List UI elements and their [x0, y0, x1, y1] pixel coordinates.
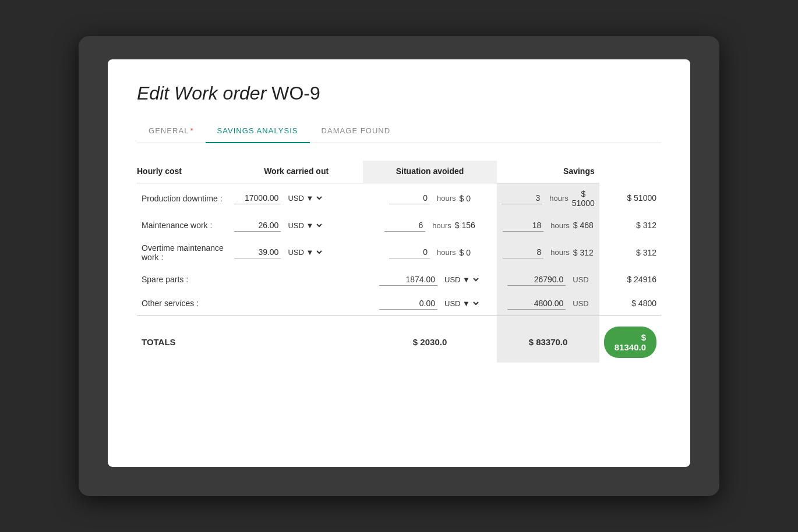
table-row: Maintenance work : USD ▼ ho — [137, 214, 661, 237]
situation-cell-maintenance: hours $ 468 — [497, 214, 599, 237]
table-row: Spare parts : USD ▼ — [137, 268, 661, 292]
spare-work-amount-input[interactable] — [379, 274, 437, 286]
hourly-cost-maintenance: USD ▼ — [229, 214, 362, 237]
totals-label: TOTALS — [137, 315, 229, 363]
col-header-savings: Savings — [497, 161, 599, 183]
col-header-situation: Situation avoided — [363, 161, 497, 183]
situation-hours-input-overtime[interactable] — [503, 246, 543, 258]
currency-select-maintenance[interactable]: USD ▼ — [284, 219, 324, 232]
tab-savings-analysis[interactable]: SAVINGS ANALYSIS — [206, 120, 310, 143]
totals-situation: $ 83370.0 — [497, 315, 599, 363]
tab-damage-found[interactable]: DAMAGE FOUND — [310, 120, 402, 143]
spare-situation-amount-input[interactable] — [507, 274, 566, 286]
table-row: Other services : USD ▼ — [137, 292, 661, 316]
work-hours-input-maintenance[interactable] — [384, 219, 425, 232]
hourly-cost-spare — [229, 268, 362, 292]
currency-select-production[interactable]: USD ▼ — [284, 192, 324, 204]
col-header-hourly: Hourly cost — [137, 161, 229, 183]
totals-work: $ 2030.0 — [363, 315, 497, 363]
device-screen: Edit Work order WO-9 GENERAL* SAVINGS AN… — [108, 59, 690, 467]
other-situation-amount-input[interactable] — [507, 297, 566, 310]
hourly-cost-input-overtime[interactable] — [234, 246, 281, 258]
work-hours-input-overtime[interactable] — [389, 246, 430, 258]
title-italic: Edit Work order — [137, 83, 266, 104]
situation-cell-other: USD — [497, 292, 599, 316]
hourly-cost-input-maintenance[interactable] — [234, 219, 281, 232]
totals-row: TOTALS $ 2030.0 $ 83370.0 $ 81340.0 — [137, 315, 661, 363]
currency-select-overtime[interactable]: USD ▼ — [284, 246, 324, 258]
situation-cell-spare: USD — [497, 268, 599, 292]
situation-hours-input-maintenance[interactable] — [503, 219, 543, 232]
page-title: Edit Work order WO-9 — [137, 83, 661, 104]
work-cell-overtime: hours $ 0 — [363, 237, 497, 268]
savings-badge: $ 81340.0 — [604, 327, 656, 358]
row-label-production: Production downtime : — [137, 183, 229, 214]
work-cell-maintenance: hours $ 156 — [363, 214, 497, 237]
hourly-cost-other — [229, 292, 362, 316]
savings-cell-overtime: $ 312 — [599, 237, 661, 268]
hourly-cost-production: USD ▼ — [229, 183, 362, 214]
hourly-cost-overtime: USD ▼ — [229, 237, 362, 268]
row-label-overtime: Overtime maintenance work : — [137, 237, 229, 268]
hourly-cost-input-production[interactable] — [234, 192, 281, 204]
savings-cell-other: $ 4800 — [599, 292, 661, 316]
tab-general[interactable]: GENERAL* — [137, 120, 206, 143]
other-work-amount-input[interactable] — [379, 297, 437, 310]
other-work-currency[interactable]: USD ▼ — [441, 297, 481, 310]
col-header-work: Work carried out — [229, 161, 362, 183]
savings-cell-spare: $ 24916 — [599, 268, 661, 292]
work-cell-production: hours $ 0 — [363, 183, 497, 214]
work-hours-input-production[interactable] — [389, 192, 430, 204]
row-label-spare-parts: Spare parts : — [137, 268, 229, 292]
situation-cell-overtime: hours $ 312 — [497, 237, 599, 268]
work-cell-spare: USD ▼ — [363, 268, 497, 292]
totals-hourly — [229, 315, 362, 363]
situation-cell-production: hours $ 51000 — [497, 183, 599, 214]
row-label-other: Other services : — [137, 292, 229, 316]
table-row: Overtime maintenance work : USD ▼ — [137, 237, 661, 268]
row-label-maintenance: Maintenance work : — [137, 214, 229, 237]
work-cell-other: USD ▼ — [363, 292, 497, 316]
savings-cell-production: $ 51000 — [599, 183, 661, 214]
title-bold: WO-9 — [271, 83, 320, 104]
spare-work-currency[interactable]: USD ▼ — [441, 274, 481, 286]
situation-hours-input-production[interactable] — [502, 192, 542, 204]
savings-table: Hourly cost Work carried out Situation a… — [137, 161, 661, 363]
totals-savings: $ 81340.0 — [599, 315, 661, 363]
table-row: Production downtime : USD ▼ — [137, 183, 661, 214]
savings-cell-maintenance: $ 312 — [599, 214, 661, 237]
tabs-container: GENERAL* SAVINGS ANALYSIS DAMAGE FOUND — [137, 120, 661, 143]
device-frame: Edit Work order WO-9 GENERAL* SAVINGS AN… — [79, 36, 719, 496]
